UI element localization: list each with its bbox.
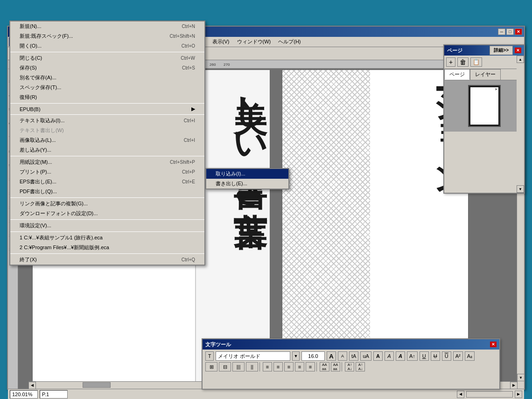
- font-strikethrough-button[interactable]: U: [431, 351, 440, 361]
- align-right[interactable]: ≡: [284, 362, 294, 371]
- svg-text:270: 270: [224, 63, 230, 67]
- menu-quit[interactable]: 終了(X) Ctrl+Q: [10, 255, 204, 265]
- page-tab-layers[interactable]: レイヤー: [470, 69, 501, 80]
- maximize-button[interactable]: □: [506, 28, 514, 35]
- page-number: P.1: [40, 390, 68, 399]
- epub-submenu: 取り込み(I)... 書き出し(E)...: [205, 168, 289, 189]
- menu-eps-export[interactable]: EPS書出し(E)... Ctrl+E: [10, 177, 204, 187]
- font-type-icon[interactable]: T: [205, 351, 214, 361]
- scroll-right-button[interactable]: ▶: [510, 382, 518, 389]
- sep5: [10, 197, 204, 198]
- scroll-down-button[interactable]: ▼: [517, 374, 524, 381]
- h-scroll-right[interactable]: ▶: [515, 391, 522, 398]
- font-tracking-A-button[interactable]: tA: [349, 351, 358, 361]
- menu-open[interactable]: 開く(O)... Ctrl+O: [10, 41, 204, 51]
- menu-help[interactable]: ヘルプ(H): [274, 37, 304, 46]
- page-settings-button[interactable]: 📋: [470, 57, 482, 67]
- menu-window[interactable]: ウィンドウ(W): [233, 37, 275, 46]
- page-tab-pages[interactable]: ページ: [444, 69, 470, 80]
- col-btn-2[interactable]: ||: [246, 362, 258, 371]
- font-size-up-button[interactable]: A: [327, 351, 336, 361]
- align-center[interactable]: ≡: [273, 362, 283, 371]
- panel-scroll-down[interactable]: ▼: [517, 185, 524, 193]
- page-panel-detail-button[interactable]: 詳細>>: [490, 46, 513, 55]
- menu-import-image[interactable]: 画像取込み(L)... Ctrl+I: [10, 135, 204, 145]
- h-scrollbar-mini[interactable]: [466, 391, 513, 398]
- menu-close[interactable]: 閉じる(C) Ctrl+W: [10, 53, 204, 63]
- sep3: [10, 114, 204, 115]
- page-add-button[interactable]: +: [446, 57, 455, 67]
- menu-new-spec[interactable]: 新規:既存スペック(F)... Ctrl+Shift+N: [10, 31, 204, 41]
- page-panel-tabs: ページ レイヤー: [444, 69, 524, 80]
- ruby-btn-2[interactable]: AAaa: [331, 362, 341, 371]
- font-underline-button[interactable]: U: [420, 351, 429, 361]
- font-dropdown-arrow[interactable]: ▼: [292, 351, 300, 361]
- img-btn-1[interactable]: ⊞: [205, 362, 217, 371]
- h-scroll-left[interactable]: ◀: [457, 391, 464, 398]
- char-tool-title-text: 文字ツール: [205, 341, 231, 348]
- menu-dl-font[interactable]: ダウンロードフォントの設定(D)...: [10, 209, 204, 218]
- panel-scroll-up[interactable]: ▲: [517, 56, 524, 63]
- menu-export-text[interactable]: テキスト書出し(W): [10, 126, 204, 135]
- sep8: [10, 253, 204, 254]
- menu-prefs[interactable]: 環境設定(V)...: [10, 221, 204, 231]
- sep-align2: [316, 362, 318, 371]
- page-panel-toolbar: + 🗑 📋: [444, 56, 524, 69]
- font-overline-button[interactable]: Ü: [442, 351, 451, 361]
- menu-pdf-export[interactable]: PDF書出し(Q)...: [10, 187, 204, 196]
- menu-epub[interactable]: EPUB(B) ▶: [10, 105, 204, 113]
- close-button[interactable]: ✕: [515, 28, 522, 35]
- font-italic2-button[interactable]: A: [396, 351, 405, 361]
- fontsize-dd1[interactable]: A↑A↓: [345, 362, 354, 371]
- sep6: [10, 219, 204, 220]
- sep1: [10, 52, 204, 52]
- fontsize-dd2[interactable]: A↑A↓: [356, 362, 365, 371]
- menu-savespec[interactable]: スペック保存(T)...: [10, 83, 204, 92]
- font-size-down-button[interactable]: A: [338, 351, 347, 361]
- page-panel-close-button[interactable]: ✕: [515, 48, 521, 53]
- col-btn-1[interactable]: |||: [232, 362, 245, 371]
- char-tool-content: T メイリオ ボールド ▼ 16.0 A A tA uA A A A A↑ U …: [203, 350, 499, 373]
- font-size-input[interactable]: 16.0: [301, 351, 325, 361]
- menu-recent-1[interactable]: 1 C:¥...¥表組サンプル1 (旅行表).eca: [10, 233, 204, 243]
- scroll-thumb-h[interactable]: [83, 382, 111, 388]
- menu-new[interactable]: 新規(N)... Ctrl+N: [10, 21, 204, 31]
- menu-page-setup[interactable]: 用紙設定(M)... Ctrl+Shift+P: [10, 157, 204, 167]
- svg-text:260: 260: [210, 63, 216, 67]
- menu-merge[interactable]: 差し込み(Y)...: [10, 145, 204, 155]
- page-thumbnail[interactable]: A A: [468, 85, 501, 127]
- font-italic3-button[interactable]: A↑: [407, 351, 418, 361]
- zoom-level: 120.01%: [10, 390, 38, 399]
- align-full[interactable]: ≡: [306, 362, 315, 371]
- epub-export[interactable]: 書き出し(E)...: [206, 179, 288, 189]
- char-tool-titlebar: 文字ツール ✕: [203, 339, 499, 350]
- font-name-select[interactable]: メイリオ ボールド: [216, 351, 290, 361]
- menu-import-text[interactable]: テキスト取込み(I)... Ctrl+I: [10, 116, 204, 126]
- img-btn-2[interactable]: ⊟: [219, 362, 231, 371]
- menu-print[interactable]: プリント(P)... Ctrl+P: [10, 167, 204, 177]
- menu-revert[interactable]: 復帰(R): [10, 92, 204, 102]
- page-delete-button[interactable]: 🗑: [457, 57, 469, 67]
- page-thumb-area: A A: [444, 80, 524, 132]
- menu-view[interactable]: 表示(V): [209, 37, 233, 46]
- title-bar-buttons: ─ □ ✕: [498, 28, 522, 35]
- char-tool-close-button[interactable]: ✕: [490, 342, 497, 347]
- align-justify[interactable]: ≡: [295, 362, 304, 371]
- char-tool-panel: 文字ツール ✕ T メイリオ ボールド ▼ 16.0 A A tA uA A A…: [202, 338, 500, 390]
- align-left[interactable]: ≡: [263, 362, 272, 371]
- menu-recent-2[interactable]: 2 C:¥Program Files¥...¥新聞組版例.eca: [10, 243, 204, 252]
- font-subscript-button[interactable]: A₂: [465, 351, 475, 361]
- menu-link-copy[interactable]: リンク画像と記事の複製(G)...: [10, 199, 204, 209]
- ruby-btn[interactable]: AAaa: [320, 362, 329, 371]
- minimize-button[interactable]: ─: [498, 28, 505, 35]
- scroll-left-button[interactable]: ◀: [28, 382, 36, 389]
- panel-scrollbar[interactable]: ▲ ▼: [517, 56, 524, 193]
- font-kern-button[interactable]: uA: [360, 351, 371, 361]
- page-panel: ページ 詳細>> ✕ + 🗑 📋 ページ レイヤー A A ▲ ▼: [443, 44, 525, 194]
- menu-saveas[interactable]: 別名で保存(A)...: [10, 73, 204, 83]
- font-bold-button[interactable]: A: [373, 351, 383, 361]
- epub-import[interactable]: 取り込み(I)...: [206, 169, 288, 179]
- menu-save[interactable]: 保存(S) Ctrl+S: [10, 63, 204, 73]
- font-italic-button[interactable]: A: [385, 351, 394, 361]
- font-superscript-button[interactable]: A²: [453, 351, 463, 361]
